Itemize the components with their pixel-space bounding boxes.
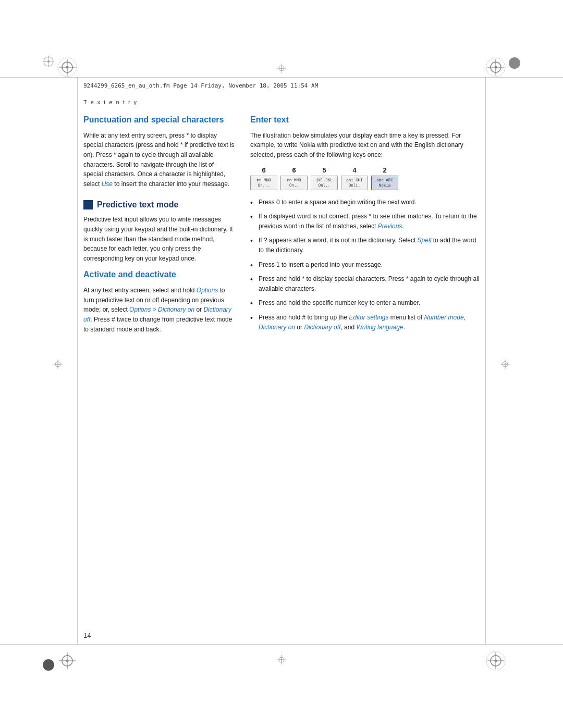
activate-body: At any text entry screen, select and hol… <box>83 286 235 334</box>
key-box-5: abc ABCNokia <box>371 176 398 190</box>
key-number-1: 6 <box>262 166 265 174</box>
bullet-item-1: Press 0 to enter a space and begin writi… <box>250 198 480 207</box>
key-col-2: 6 mn MNOOn.. <box>280 166 308 190</box>
page-number: 14 <box>83 632 91 639</box>
black-box-icon <box>83 200 93 209</box>
reg-mark-tr-dark <box>509 57 520 69</box>
use-link[interactable]: Use <box>102 180 113 188</box>
reg-mark-lc <box>52 359 64 370</box>
editor-settings-link[interactable]: Editor settings <box>349 314 388 321</box>
bullet-item-3: If ? appears after a word, it is not in … <box>250 236 480 255</box>
predictive-heading-wrapper: Predictive text mode <box>83 200 235 209</box>
reg-mark-br <box>485 650 507 672</box>
options-dict-on-link[interactable]: Options > Dictionary on <box>129 306 194 313</box>
section-label: T e x t e n t r y <box>83 99 138 105</box>
key-box-1: mn MNOOn... <box>250 176 277 190</box>
bullet-list: Press 0 to enter a space and begin writi… <box>250 198 480 332</box>
reg-mark-bc <box>276 654 287 665</box>
enter-text-heading: Enter text <box>250 115 480 126</box>
left-column: Punctuation and special characters While… <box>83 112 235 637</box>
bullet-item-7: Press and hold # to bring up the Editor … <box>250 313 480 332</box>
bullet-item-5: Press and hold * to display special char… <box>250 274 480 293</box>
spell-link[interactable]: Spell <box>418 237 432 244</box>
writing-language-link[interactable]: Writing language <box>356 324 403 331</box>
previous-link[interactable]: Previous <box>378 223 402 230</box>
bottom-border <box>0 644 563 645</box>
bullet-item-6: Press and hold the specific number key t… <box>250 298 480 308</box>
key-number-3: 5 <box>322 166 326 174</box>
enter-text-body: The illustration below simulates your di… <box>250 131 480 160</box>
reg-mark-bl <box>56 650 78 672</box>
reg-mark-tr <box>485 56 507 78</box>
predictive-body: Predictive text input allows you to writ… <box>83 215 235 263</box>
bullet-item-2: If a displayed word is not correct, pres… <box>250 212 480 231</box>
left-border <box>77 77 78 645</box>
key-number-4: 4 <box>352 166 356 174</box>
key-col-1: 6 mn MNOOn... <box>250 166 277 190</box>
reg-mark-tl <box>56 56 78 78</box>
dictionary-on-link[interactable]: Dictionary on <box>259 324 295 331</box>
punctuation-section: Punctuation and special characters While… <box>83 115 235 189</box>
file-info: 9244299_6265_en_au_oth.fm Page 14 Friday… <box>83 82 318 89</box>
right-border <box>485 77 486 645</box>
content-area: Punctuation and special characters While… <box>83 112 480 637</box>
reg-mark-tc <box>276 63 287 74</box>
reg-mark-rc <box>499 359 511 370</box>
key-box-4: ghi GHIOnli. <box>341 176 368 190</box>
right-column: Enter text The illustration below simula… <box>250 112 480 637</box>
punctuation-heading: Punctuation and special characters <box>83 115 235 126</box>
reg-mark-bl-dark <box>43 659 54 671</box>
page: 9244299_6265_en_au_oth.fm Page 14 Friday… <box>0 0 563 728</box>
key-box-3: jkl JKLOnl.. <box>311 176 338 190</box>
bullet-item-4: Press 1 to insert a period into your mes… <box>250 260 480 270</box>
enter-text-section: Enter text The illustration below simula… <box>250 115 480 332</box>
activate-section: Activate and deactivate At any text entr… <box>83 269 235 334</box>
key-col-4: 4 ghi GHIOnli. <box>341 166 368 190</box>
activate-heading: Activate and deactivate <box>83 269 235 280</box>
predictive-section: Predictive text mode Predictive text inp… <box>83 200 235 263</box>
options-link[interactable]: Options <box>197 287 218 294</box>
key-number-2: 6 <box>292 166 296 174</box>
key-col-5: 2 abc ABCNokia <box>371 166 398 190</box>
key-box-2: mn MNOOn.. <box>280 176 308 190</box>
punctuation-body: While at any text entry screen, press * … <box>83 131 235 189</box>
top-border <box>0 77 563 78</box>
predictive-heading: Predictive text mode <box>97 200 179 209</box>
dictionary-off-link2[interactable]: Dictionary off <box>304 324 340 331</box>
number-mode-link[interactable]: Number mode <box>424 314 464 321</box>
key-number-5: 2 <box>383 166 386 174</box>
reg-mark-tl-small <box>42 55 55 68</box>
key-illustration: 6 mn MNOOn... 6 mn MNOOn.. 5 <box>250 166 480 190</box>
key-col-3: 5 jkl JKLOnl.. <box>311 166 338 190</box>
